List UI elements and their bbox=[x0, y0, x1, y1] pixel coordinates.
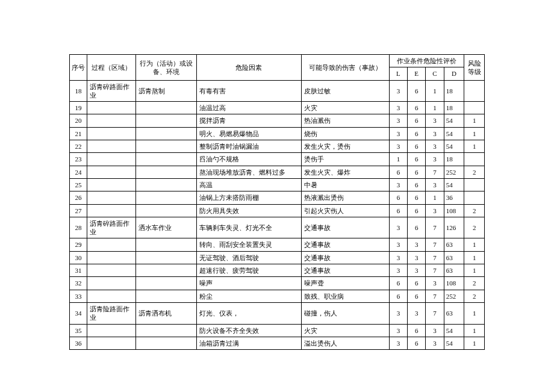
cell-process bbox=[87, 324, 136, 337]
cell-e: 6 bbox=[408, 140, 426, 153]
table-row: 35防火设备不齐全失效火灾363541 bbox=[70, 324, 485, 337]
cell-level bbox=[464, 102, 485, 114]
cell-riskfactor: 有毒有害 bbox=[196, 80, 301, 102]
cell-l: 3 bbox=[389, 251, 407, 264]
cell-riskfactor: 舀油勺不规格 bbox=[196, 153, 301, 166]
cell-seq: 32 bbox=[70, 277, 87, 290]
cell-seq: 33 bbox=[70, 290, 87, 302]
cell-c: 3 bbox=[426, 337, 444, 349]
cell-process: 沥青碎路面作业 bbox=[87, 80, 136, 102]
cell-level: 1 bbox=[464, 337, 485, 349]
cell-process bbox=[87, 251, 136, 264]
cell-c: 7 bbox=[426, 217, 444, 238]
cell-process bbox=[87, 153, 136, 166]
cell-seq: 25 bbox=[70, 178, 87, 191]
cell-l: 1 bbox=[389, 153, 407, 166]
cell-level: 1 bbox=[464, 251, 485, 264]
cell-c: 1 bbox=[426, 102, 444, 114]
cell-e: 6 bbox=[408, 178, 426, 191]
cell-level bbox=[464, 153, 485, 166]
cell-riskfactor: 油锅上方未搭防雨棚 bbox=[196, 191, 301, 204]
cell-seq: 22 bbox=[70, 140, 87, 153]
cell-c: 7 bbox=[426, 302, 444, 324]
cell-possibleharm: 烫伤手 bbox=[301, 153, 389, 166]
cell-d: 252 bbox=[444, 290, 464, 302]
cell-seq: 26 bbox=[70, 191, 87, 204]
cell-d: 54 bbox=[444, 324, 464, 337]
cell-activity bbox=[135, 337, 196, 349]
cell-d: 252 bbox=[444, 166, 464, 178]
cell-riskfactor: 超速行驶、疲劳驾驶 bbox=[196, 264, 301, 277]
hdr-seq: 序号 bbox=[70, 55, 87, 81]
cell-l: 6 bbox=[389, 166, 407, 178]
cell-activity bbox=[135, 178, 196, 191]
cell-c: 1 bbox=[426, 80, 444, 102]
cell-c: 3 bbox=[426, 324, 444, 337]
cell-d: 36 bbox=[444, 191, 464, 204]
cell-c: 3 bbox=[426, 127, 444, 140]
cell-possibleharm: 火灾 bbox=[301, 102, 389, 114]
cell-l: 3 bbox=[389, 337, 407, 349]
cell-process bbox=[87, 140, 136, 153]
cell-seq: 29 bbox=[70, 238, 87, 251]
cell-activity bbox=[135, 324, 196, 337]
cell-possibleharm: 碰撞，伤人 bbox=[301, 302, 389, 324]
hdr-possibleharm: 可能导致的伤害（事故） bbox=[301, 55, 389, 81]
cell-activity bbox=[135, 114, 196, 127]
cell-seq: 31 bbox=[70, 264, 87, 277]
cell-c: 7 bbox=[426, 290, 444, 302]
cell-l: 3 bbox=[389, 302, 407, 324]
cell-l: 6 bbox=[389, 277, 407, 290]
cell-level: 2 bbox=[464, 277, 485, 290]
cell-process bbox=[87, 178, 136, 191]
cell-seq: 28 bbox=[70, 217, 87, 238]
table-row: 24熬油现场堆放沥青、燃料过多发生火灾、爆炸6672522 bbox=[70, 166, 485, 178]
table-row: 19油温过高火灾36118 bbox=[70, 102, 485, 114]
cell-process bbox=[87, 204, 136, 217]
cell-activity bbox=[135, 140, 196, 153]
cell-seq: 18 bbox=[70, 80, 87, 102]
cell-riskfactor: 明火、易燃易爆物品 bbox=[196, 127, 301, 140]
cell-riskfactor: 无证驾驶、酒后驾驶 bbox=[196, 251, 301, 264]
cell-process bbox=[87, 277, 136, 290]
risk-table: 序号 过程（区域） 行为（活动）或设备、环境 危险因素 可能导致的伤害（事故） … bbox=[69, 54, 485, 350]
cell-level bbox=[464, 191, 485, 204]
cell-riskfactor: 灯光、仪表， bbox=[196, 302, 301, 324]
cell-d: 108 bbox=[444, 277, 464, 290]
cell-e: 3 bbox=[408, 238, 426, 251]
cell-level: 2 bbox=[464, 166, 485, 178]
hdr-activity: 行为（活动）或设备、环境 bbox=[135, 55, 196, 81]
cell-process: 沥青碎路面作业 bbox=[87, 217, 136, 238]
cell-riskfactor: 整制沥青时油锅漏油 bbox=[196, 140, 301, 153]
table-row: 18沥青碎路面作业沥青熬制有毒有害皮肤过敏36118 bbox=[70, 80, 485, 102]
cell-process bbox=[87, 238, 136, 251]
cell-e: 3 bbox=[408, 264, 426, 277]
cell-e: 6 bbox=[408, 204, 426, 217]
cell-d: 126 bbox=[444, 217, 464, 238]
cell-possibleharm: 热油溅伤 bbox=[301, 114, 389, 127]
table-row: 23舀油勺不规格烫伤手16318 bbox=[70, 153, 485, 166]
cell-level: 1 bbox=[464, 127, 485, 140]
cell-e: 6 bbox=[408, 290, 426, 302]
cell-activity bbox=[135, 251, 196, 264]
cell-activity bbox=[135, 153, 196, 166]
cell-seq: 24 bbox=[70, 166, 87, 178]
cell-l: 3 bbox=[389, 140, 407, 153]
cell-l: 3 bbox=[389, 114, 407, 127]
cell-level: 1 bbox=[464, 324, 485, 337]
cell-activity bbox=[135, 277, 196, 290]
cell-process bbox=[87, 127, 136, 140]
cell-l: 6 bbox=[389, 290, 407, 302]
cell-possibleharm: 交通事故 bbox=[301, 251, 389, 264]
cell-e: 6 bbox=[408, 217, 426, 238]
cell-activity bbox=[135, 127, 196, 140]
cell-c: 3 bbox=[426, 277, 444, 290]
cell-possibleharm: 皮肤过敏 bbox=[301, 80, 389, 102]
cell-c: 7 bbox=[426, 251, 444, 264]
cell-c: 7 bbox=[426, 238, 444, 251]
table-row: 26油锅上方未搭防雨棚热液溅出烫伤66136 bbox=[70, 191, 485, 204]
cell-seq: 19 bbox=[70, 102, 87, 114]
cell-riskfactor: 防火用具失效 bbox=[196, 204, 301, 217]
cell-c: 3 bbox=[426, 178, 444, 191]
page: 序号 过程（区域） 行为（活动）或设备、环境 危险因素 可能导致的伤害（事故） … bbox=[0, 0, 554, 392]
